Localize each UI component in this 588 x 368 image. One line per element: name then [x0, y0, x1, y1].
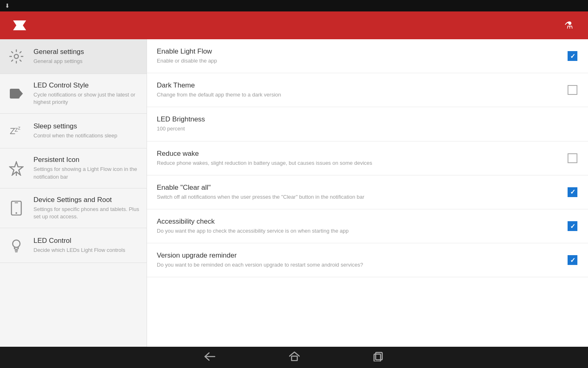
sleep-icon: Zzz [7, 121, 26, 141]
sidebar-item-led-control[interactable]: LED Control Decide which LEDs Light Flow… [0, 228, 147, 263]
setting-title-reduce-wake: Reduce wake [157, 150, 559, 158]
sidebar-item-text-device-settings: Device Settings and Root Settings for sp… [33, 196, 140, 220]
svg-rect-2 [10, 89, 20, 99]
checkbox-enable-light-flow[interactable]: ✓ [567, 50, 578, 62]
sidebar-item-text-led-control-style: LED Control Style Cycle notifications or… [33, 81, 140, 106]
sidebar-item-device-settings[interactable]: Device Settings and Root Settings for sp… [0, 188, 147, 228]
setting-row-accessibility-check[interactable]: Accessibility check Do you want the app … [147, 209, 588, 243]
checkbox-accessibility-check[interactable]: ✓ [567, 220, 578, 232]
setting-title-dark-theme: Dark Theme [157, 81, 559, 90]
checkbox-checked-enable-light-flow: ✓ [568, 51, 577, 61]
checkmark-enable-light-flow: ✓ [570, 52, 575, 60]
setting-control-enable-light-flow[interactable]: ✓ [567, 50, 578, 62]
sidebar-item-text-persistent-icon: Persistent Icon Settings for showing a L… [33, 156, 140, 180]
setting-control-version-upgrade-reminder[interactable]: ✓ [567, 254, 578, 266]
svg-text:z: z [15, 126, 18, 133]
status-bar-content: ⬇ [5, 2, 12, 9]
setting-text-enable-light-flow: Enable Light Flow Enable or disable the … [157, 47, 559, 65]
checkbox-unchecked-reduce-wake [568, 153, 577, 163]
bottom-nav [0, 347, 588, 368]
setting-text-accessibility-check: Accessibility check Do you want the app … [157, 218, 559, 235]
checkbox-version-upgrade-reminder[interactable]: ✓ [567, 254, 578, 266]
home-icon[interactable] [289, 351, 300, 364]
setting-row-led-brightness[interactable]: LED Brightness 100 percent [147, 107, 588, 141]
svg-rect-17 [376, 352, 382, 360]
checkbox-checked-accessibility-check: ✓ [568, 221, 577, 231]
sidebar-item-title-device-settings: Device Settings and Root [33, 196, 140, 204]
checkbox-checked-version-upgrade-reminder: ✓ [568, 255, 577, 265]
setting-title-accessibility-check: Accessibility check [157, 218, 559, 226]
setting-desc-enable-clear-all: Switch off all notifications when the us… [157, 193, 559, 201]
checkbox-unchecked-dark-theme [568, 85, 577, 95]
checkbox-enable-clear-all[interactable]: ✓ [567, 186, 578, 198]
sidebar-item-title-sleep-settings: Sleep settings [33, 122, 140, 130]
sidebar-item-text-sleep-settings: Sleep settings Control when the notifica… [33, 122, 140, 139]
setting-desc-enable-light-flow: Enable or disable the app [157, 57, 559, 65]
setting-desc-led-brightness: 100 percent [157, 125, 570, 132]
labs-icon[interactable]: ⚗ [564, 20, 573, 31]
checkbox-reduce-wake[interactable] [567, 153, 578, 164]
setting-desc-accessibility-check: Do you want the app to check the accessi… [157, 227, 559, 235]
sidebar-item-desc-led-control-style: Cycle notifications or show just the lat… [33, 91, 140, 106]
content-area: Enable Light Flow Enable or disable the … [147, 39, 588, 347]
checkbox-checked-enable-clear-all: ✓ [568, 187, 577, 197]
setting-row-version-upgrade-reminder[interactable]: Version upgrade reminder Do you want to … [147, 243, 588, 277]
checkmark-version-upgrade-reminder: ✓ [570, 256, 575, 264]
setting-row-enable-clear-all[interactable]: Enable "Clear all" Switch off all notifi… [147, 175, 588, 209]
setting-text-enable-clear-all: Enable "Clear all" Switch off all notifi… [157, 184, 559, 201]
app-bar-actions: ⚗ [564, 20, 581, 31]
sidebar-item-title-general: General settings [33, 48, 140, 56]
app-logo-icon [11, 17, 28, 34]
setting-row-reduce-wake[interactable]: Reduce wake Reduce phone wakes, slight r… [147, 141, 588, 175]
gear-icon [7, 47, 26, 66]
sidebar-item-led-control-style[interactable]: LED Control Style Cycle notifications or… [0, 74, 147, 114]
setting-desc-reduce-wake: Reduce phone wakes, slight reduction in … [157, 159, 559, 167]
sidebar-item-desc-device-settings: Settings for specific phones and tablets… [33, 206, 140, 220]
sidebar-item-text-general: General settings General app settings [33, 48, 140, 65]
main-layout: General settings General app settings LE… [0, 39, 588, 347]
setting-control-reduce-wake[interactable] [567, 153, 578, 164]
app-logo [11, 17, 33, 34]
setting-title-version-upgrade-reminder: Version upgrade reminder [157, 251, 559, 260]
svg-marker-3 [20, 90, 23, 97]
setting-row-enable-light-flow[interactable]: Enable Light Flow Enable or disable the … [147, 39, 588, 73]
setting-control-accessibility-check[interactable]: ✓ [567, 220, 578, 232]
setting-desc-version-upgrade-reminder: Do you want to be reminded on each versi… [157, 261, 559, 269]
setting-text-version-upgrade-reminder: Version upgrade reminder Do you want to … [157, 251, 559, 269]
sidebar-item-general[interactable]: General settings General app settings [0, 39, 147, 74]
setting-text-dark-theme: Dark Theme Change from the default app t… [157, 81, 559, 99]
setting-desc-dark-theme: Change from the default app theme to a d… [157, 91, 559, 99]
sidebar-item-desc-general: General app settings [33, 58, 140, 65]
pin-icon [7, 159, 26, 178]
checkmark-enable-clear-all: ✓ [570, 188, 575, 196]
setting-row-dark-theme[interactable]: Dark Theme Change from the default app t… [147, 73, 588, 107]
sidebar-item-persistent-icon[interactable]: Persistent Icon Settings for showing a L… [0, 148, 147, 188]
setting-control-enable-clear-all[interactable]: ✓ [567, 186, 578, 198]
setting-text-led-brightness: LED Brightness 100 percent [157, 115, 570, 132]
arrow-icon [7, 84, 26, 103]
sidebar-item-title-led-control: LED Control [33, 237, 140, 245]
checkbox-dark-theme[interactable] [567, 84, 578, 96]
sidebar-item-title-led-control-style: LED Control Style [33, 81, 140, 90]
setting-control-dark-theme[interactable] [567, 84, 578, 96]
setting-title-led-brightness: LED Brightness [157, 115, 570, 123]
sidebar-item-title-persistent-icon: Persistent Icon [33, 156, 140, 164]
app-bar: ⚗ [0, 11, 588, 39]
back-icon[interactable] [204, 351, 216, 364]
svg-point-1 [14, 54, 18, 58]
setting-title-enable-light-flow: Enable Light Flow [157, 47, 559, 56]
recent-apps-icon[interactable] [373, 352, 384, 364]
sidebar-item-desc-led-control: Decide which LEDs Light Flow controls [33, 247, 140, 254]
sidebar-item-desc-sleep-settings: Control when the notifications sleep [33, 132, 140, 139]
setting-text-reduce-wake: Reduce wake Reduce phone wakes, slight r… [157, 150, 559, 167]
svg-point-10 [16, 212, 17, 214]
sidebar-item-desc-persistent-icon: Settings for showing a Light Flow icon i… [33, 166, 140, 180]
setting-title-enable-clear-all: Enable "Clear all" [157, 184, 559, 192]
sidebar-item-sleep-settings[interactable]: Zzz Sleep settings Control when the noti… [0, 114, 147, 148]
svg-text:z: z [18, 125, 20, 131]
bulb-icon [7, 236, 26, 255]
checkmark-accessibility-check: ✓ [570, 222, 575, 230]
sidebar-item-text-led-control: LED Control Decide which LEDs Light Flow… [33, 237, 140, 254]
svg-point-12 [13, 240, 20, 247]
sidebar: General settings General app settings LE… [0, 39, 147, 347]
